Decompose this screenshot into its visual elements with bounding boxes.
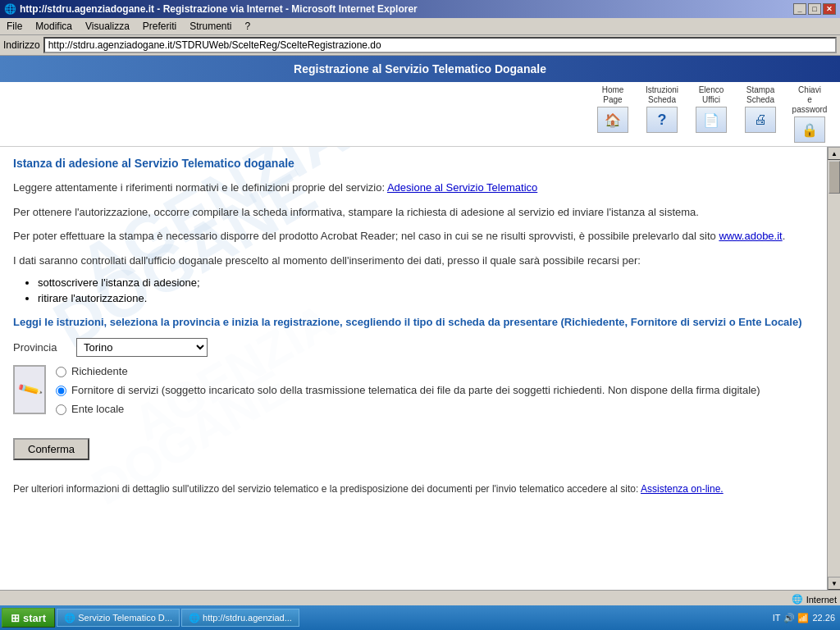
provincia-label: Provincia — [13, 341, 66, 354]
taskbar-item-1-label: 🌐 Servizio Telematico D... — [64, 613, 172, 623]
radio-richiedente: Richiedente — [56, 365, 760, 377]
footer-text: Per ulteriori informazioni di dettaglio … — [13, 483, 824, 495]
nav-stampa[interactable]: StampaScheda 🖨 — [737, 85, 784, 143]
scrollbar: ▲ ▼ — [827, 147, 840, 590]
provincia-row: Provincia Torino Milano Roma Napoli Fire… — [13, 338, 824, 357]
radio-ente-input[interactable] — [56, 404, 66, 415]
bullet-list: sottoscrivere l'istanza di adesione; rit… — [38, 276, 824, 304]
radio-richiedente-input[interactable] — [56, 367, 66, 377]
radio-fornitore-label[interactable]: Fornitore di servizi (soggetto incaricat… — [71, 384, 760, 396]
ie-globe-icon: 🌐 — [792, 594, 803, 605]
radio-fornitore-input[interactable] — [56, 386, 66, 396]
paragraph-3-post: . — [783, 230, 786, 242]
bullet-item-1: sottoscrivere l'istanza di adesione; — [38, 276, 824, 289]
taskbar-locale: IT — [773, 613, 781, 623]
istruzioni-icon[interactable]: ? — [646, 107, 678, 133]
paragraph-3: Per poter effettuare la stampa è necessa… — [13, 228, 824, 244]
close-button[interactable]: ✕ — [823, 3, 836, 15]
main-scroll-content: AGENZIA DOGANE AGENZIA DOGANE Istanza di… — [0, 147, 840, 590]
stampa-icon[interactable]: 🖨 — [745, 107, 776, 133]
menubar: File Modifica Visualizza Preferiti Strum… — [0, 18, 840, 35]
paragraph-3-pre: Per poter effettuare la stampa è necessa… — [13, 230, 719, 242]
provincia-select[interactable]: Torino Milano Roma Napoli Firenze Bologn… — [76, 338, 208, 357]
edit-icon: ✏️ — [16, 376, 43, 403]
taskbar-item-2[interactable]: 🌐 http://stdru.agenziad... — [181, 609, 299, 627]
nav-chiavi-label: Chiaviepassword — [792, 85, 828, 115]
paragraph-1-text: Leggere attentamente i riferimenti norma… — [13, 181, 387, 194]
form-section: Provincia Torino Milano Roma Napoli Fire… — [13, 338, 824, 415]
banner-text: Registrazione al Servizio Telematico Dog… — [294, 62, 546, 75]
radio-ente: Ente locale — [56, 403, 760, 415]
menu-file[interactable]: File — [3, 20, 25, 33]
footer-pre: Per ulteriori informazioni di dettaglio … — [13, 483, 641, 495]
nav-chiavi[interactable]: Chiaviepassword 🔒 — [786, 85, 833, 143]
highlight-instruction: Leggi le istruzioni, seleziona la provin… — [13, 316, 824, 328]
nav-home-label: HomePage — [602, 85, 624, 105]
nav-stampa-label: StampaScheda — [746, 85, 774, 105]
radio-fornitore: Fornitore di servizi (soggetto incaricat… — [56, 384, 760, 396]
link-adesione[interactable]: Adesione al Servizio Telematico — [387, 181, 537, 194]
menu-visualizza[interactable]: Visualizza — [82, 20, 133, 33]
scroll-thumb[interactable] — [829, 161, 840, 194]
titlebar-left: 🌐 http://stdru.agenziadogane.it - Regist… — [4, 3, 418, 15]
window-title: http://stdru.agenziadogane.it - Registra… — [20, 3, 418, 15]
content-inner: Istanza di adesione al Servizio Telemati… — [13, 157, 824, 495]
chiavi-icon[interactable]: 🔒 — [794, 116, 825, 143]
menu-help[interactable]: ? — [242, 20, 254, 33]
confirm-button[interactable]: Conferma — [13, 438, 89, 460]
address-input[interactable] — [43, 37, 837, 53]
ie-icon: 🌐 — [4, 3, 16, 15]
paragraph-1: Leggere attentamente i riferimenti norma… — [13, 180, 824, 196]
address-label: Indirizzo — [3, 39, 40, 51]
paragraph-2: Per ottenere l'autorizzazione, occorre c… — [13, 204, 824, 221]
nav-toolbar: HomePage 🏠 IstruzioniScheda ? ElencoUffi… — [0, 82, 840, 147]
maximize-button[interactable]: □ — [808, 3, 821, 15]
paragraph-4: I dati saranno controllati dall'ufficio … — [13, 253, 824, 269]
menu-modifica[interactable]: Modifica — [32, 20, 75, 33]
home-icon[interactable]: 🏠 — [597, 107, 628, 133]
addressbar: Indirizzo — [0, 35, 840, 56]
bullet-item-2: ritirare l'autorizzazione. — [38, 292, 824, 304]
scroll-track — [828, 160, 840, 577]
windows-logo-icon: ⊞ — [11, 612, 20, 624]
confirm-row: Conferma — [13, 427, 824, 472]
menu-strumenti[interactable]: Strumenti — [186, 20, 235, 33]
main-wrapper: AGENZIA DOGANE AGENZIA DOGANE Istanza di… — [0, 147, 840, 590]
nav-elenco-label: ElencoUffici — [699, 85, 724, 105]
radio-richiedente-label[interactable]: Richiedente — [71, 365, 128, 377]
taskbar-icons: 🔊 📶 — [783, 613, 809, 623]
menu-preferiti[interactable]: Preferiti — [139, 20, 180, 33]
nav-elenco[interactable]: ElencoUffici 📄 — [687, 85, 735, 143]
scroll-up-button[interactable]: ▲ — [828, 147, 840, 160]
radio-ente-label[interactable]: Ente locale — [71, 403, 124, 415]
footer-link[interactable]: Assistenza on-line. — [641, 483, 724, 495]
taskbar-right: IT 🔊 📶 22.26 — [773, 613, 838, 623]
taskbar-item-1[interactable]: 🌐 Servizio Telematico D... — [57, 609, 180, 627]
statusbar-right: 🌐 Internet — [792, 594, 837, 605]
taskbar-time: 22.26 — [812, 613, 835, 623]
radio-options: Richiedente Fornitore di servizi (sogget… — [56, 365, 760, 415]
scroll-down-button[interactable]: ▼ — [828, 577, 840, 590]
radio-section: ✏️ Richiedente Fornitore di servizi (sog… — [13, 365, 824, 415]
window-titlebar: 🌐 http://stdru.agenziadogane.it - Regist… — [0, 0, 840, 18]
edit-icon-box: ✏️ — [13, 365, 46, 414]
elenco-icon[interactable]: 📄 — [696, 107, 727, 133]
taskbar-item-2-label: 🌐 http://stdru.agenziad... — [189, 613, 292, 623]
link-adobe[interactable]: www.adobe.it — [719, 230, 782, 242]
nav-istruzioni-label: IstruzioniScheda — [646, 85, 678, 105]
window-controls: _ □ ✕ — [793, 3, 836, 15]
nav-home[interactable]: HomePage 🏠 — [589, 85, 637, 143]
statusbar-zone: Internet — [806, 595, 837, 605]
start-label: start — [23, 612, 46, 624]
taskbar: ⊞ start 🌐 Servizio Telematico D... 🌐 htt… — [0, 605, 840, 630]
start-button[interactable]: ⊞ start — [2, 608, 55, 628]
minimize-button[interactable]: _ — [793, 3, 806, 15]
page-title: Istanza di adesione al Servizio Telemati… — [13, 157, 824, 170]
page-header-banner: Registrazione al Servizio Telematico Dog… — [0, 56, 840, 82]
nav-istruzioni[interactable]: IstruzioniScheda ? — [638, 85, 686, 143]
